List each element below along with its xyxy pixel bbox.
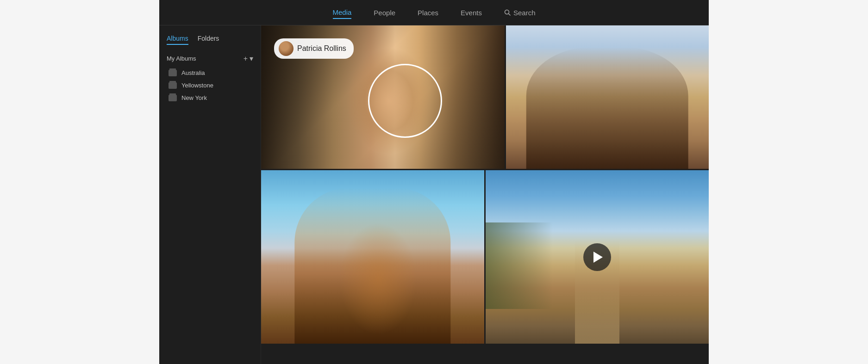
photo-cell-2[interactable]: [506, 25, 709, 169]
my-albums-header: My Albums + ▾: [159, 52, 261, 67]
photo-row-2: [261, 170, 709, 344]
app-container: Media People Places Events Search Albums…: [159, 0, 709, 364]
album-label: Australia: [181, 69, 205, 76]
nav-item-events[interactable]: Events: [461, 7, 482, 19]
photo-grid: Patricia Rollins: [261, 25, 709, 364]
add-album-icon[interactable]: +: [244, 55, 248, 63]
nav-item-media[interactable]: Media: [333, 6, 352, 19]
person-name-tag[interactable]: Patricia Rollins: [274, 38, 354, 59]
photo-cell-1[interactable]: Patricia Rollins: [261, 25, 505, 169]
top-nav: Media People Places Events Search: [159, 0, 709, 25]
video-play-button[interactable]: [583, 243, 611, 271]
album-label: New York: [181, 94, 207, 101]
svg-line-1: [508, 14, 510, 16]
face-detection-circle: [368, 64, 442, 138]
album-thumbnail-icon: [169, 95, 177, 101]
photo-cell-4[interactable]: [486, 170, 709, 344]
photo-row-1: Patricia Rollins: [261, 25, 709, 169]
photo-cell-3[interactable]: [261, 170, 484, 344]
search-button[interactable]: Search: [504, 9, 536, 17]
tab-albums[interactable]: Albums: [167, 33, 188, 45]
album-thumbnail-icon: [169, 70, 177, 76]
album-label: Yellowstone: [181, 82, 213, 89]
nav-item-people[interactable]: People: [374, 7, 395, 19]
content-area: Albums Folders My Albums + ▾ Australia Y…: [159, 25, 709, 364]
my-albums-controls[interactable]: + ▾: [244, 54, 253, 63]
left-margin: [0, 0, 159, 364]
sidebar: Albums Folders My Albums + ▾ Australia Y…: [159, 25, 261, 364]
album-thumbnail-icon: [169, 82, 177, 89]
person-name: Patricia Rollins: [297, 44, 346, 53]
nav-item-places[interactable]: Places: [418, 7, 438, 19]
person-avatar: [279, 41, 293, 56]
chevron-down-icon[interactable]: ▾: [250, 54, 253, 63]
right-margin: [709, 0, 868, 364]
tab-folders[interactable]: Folders: [198, 33, 219, 45]
sidebar-item-australia[interactable]: Australia: [159, 67, 261, 79]
play-icon: [593, 252, 603, 263]
my-albums-label: My Albums: [167, 55, 196, 62]
search-icon: [504, 9, 511, 16]
sidebar-tabs: Albums Folders: [159, 33, 261, 45]
sidebar-item-new-york[interactable]: New York: [159, 92, 261, 104]
sidebar-item-yellowstone[interactable]: Yellowstone: [159, 79, 261, 92]
search-label: Search: [513, 9, 536, 17]
